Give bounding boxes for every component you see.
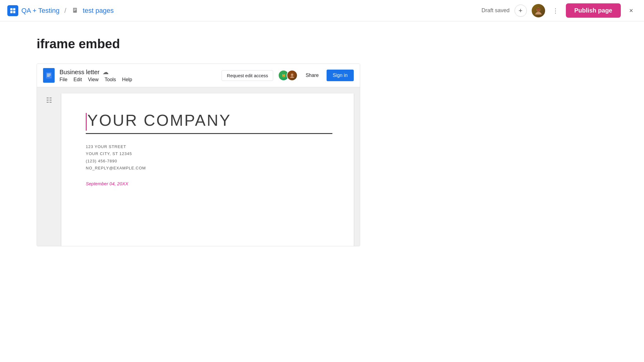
gdoc-menu-help[interactable]: Help	[122, 77, 132, 82]
document-icon	[72, 7, 79, 14]
svg-rect-0	[10, 8, 13, 10]
email: NO_REPLY@EXAMPLE.COM	[86, 165, 332, 172]
collaborator-avatars: 🐱	[278, 70, 298, 81]
gdoc-menu-file[interactable]: File	[60, 77, 67, 82]
gdoc-doc-icon	[43, 68, 55, 83]
user-avatar[interactable]	[532, 4, 545, 17]
svg-rect-6	[74, 9, 76, 10]
page-icon	[71, 6, 80, 15]
cloud-save-icon: ☁	[103, 68, 109, 76]
gdoc-date: September 04, 20XX	[86, 181, 332, 186]
svg-point-17	[291, 74, 293, 76]
header-divider	[86, 133, 332, 134]
gdoc-company-header: YOUR COMPANY	[86, 112, 332, 134]
text-cursor	[86, 113, 87, 131]
collaborator-avatar-2	[287, 70, 298, 81]
main-content: iframe embed Business letter	[0, 21, 644, 262]
topbar-right: Draft saved + ⋮ Publish page ×	[481, 3, 637, 18]
gdoc-address: 123 YOUR STREET YOUR CITY, ST 12345 (123…	[86, 143, 332, 172]
svg-rect-11	[47, 74, 51, 74]
gdoc-menu-view[interactable]: View	[88, 77, 98, 82]
svg-text:🐱: 🐱	[282, 74, 286, 78]
gdoc-title: Business letter ☁	[60, 68, 132, 76]
google-docs-icon	[45, 72, 52, 79]
svg-rect-13	[47, 76, 50, 77]
more-options-button[interactable]: ⋮	[550, 5, 561, 16]
svg-rect-3	[13, 11, 15, 13]
gdoc-title-text[interactable]: Business letter	[60, 69, 99, 76]
collaborator-2-icon	[289, 72, 295, 78]
svg-rect-7	[74, 10, 76, 11]
gdoc-menu-edit[interactable]: Edit	[74, 77, 82, 82]
svg-rect-2	[10, 11, 13, 13]
gdoc-sidebar: ☷	[37, 87, 61, 246]
phone: (123) 456-7890	[86, 157, 332, 165]
signin-button[interactable]: Sign in	[327, 70, 354, 81]
svg-rect-1	[13, 8, 15, 10]
breadcrumb-separator: /	[64, 7, 66, 15]
topbar-left: QA + Testing / test pages	[7, 5, 481, 16]
avatar-face-icon	[534, 6, 543, 15]
gdoc-body: ☷ YOUR COMPANY 123 YOUR STREET YOUR CITY…	[37, 87, 360, 246]
page-title: iframe embed	[37, 37, 607, 51]
svg-rect-12	[47, 75, 51, 75]
request-edit-button[interactable]: Request edit access	[222, 70, 273, 81]
workspace-name[interactable]: QA + Testing	[21, 7, 60, 15]
svg-rect-5	[74, 9, 76, 9]
address-line1: 123 YOUR STREET	[86, 143, 332, 150]
company-name-text: YOUR COMPANY	[87, 112, 231, 129]
gdoc-toolbar: Business letter ☁ File Edit View Tools H…	[37, 64, 360, 87]
svg-rect-4	[73, 8, 77, 13]
close-button[interactable]: ×	[626, 5, 637, 16]
add-collaborator-button[interactable]: +	[515, 5, 527, 17]
address-line2: YOUR CITY, ST 12345	[86, 150, 332, 157]
publish-button[interactable]: Publish page	[566, 3, 621, 18]
collaborator-1-icon: 🐱	[280, 72, 287, 78]
app-logo[interactable]	[7, 5, 18, 16]
gdoc-toolbar-right: Request edit access 🐱	[222, 70, 354, 81]
logo-icon	[9, 7, 16, 14]
gdoc-page: YOUR COMPANY 123 YOUR STREET YOUR CITY, …	[61, 93, 354, 246]
gdoc-menu-tools[interactable]: Tools	[105, 77, 116, 82]
page-name[interactable]: test pages	[83, 7, 114, 15]
draft-status: Draft saved	[481, 7, 509, 14]
share-button[interactable]: Share	[302, 71, 322, 80]
gdoc-title-area: Business letter ☁ File Edit View Tools H…	[60, 68, 132, 82]
gdoc-toolbar-left: Business letter ☁ File Edit View Tools H…	[43, 68, 132, 83]
iframe-embed: Business letter ☁ File Edit View Tools H…	[37, 63, 360, 246]
outline-icon: ☷	[46, 96, 52, 104]
topbar: QA + Testing / test pages Draft saved +	[0, 0, 644, 21]
gdoc-menu: File Edit View Tools Help	[60, 77, 132, 82]
company-name: YOUR COMPANY	[86, 112, 332, 131]
avatar-image	[532, 4, 545, 17]
